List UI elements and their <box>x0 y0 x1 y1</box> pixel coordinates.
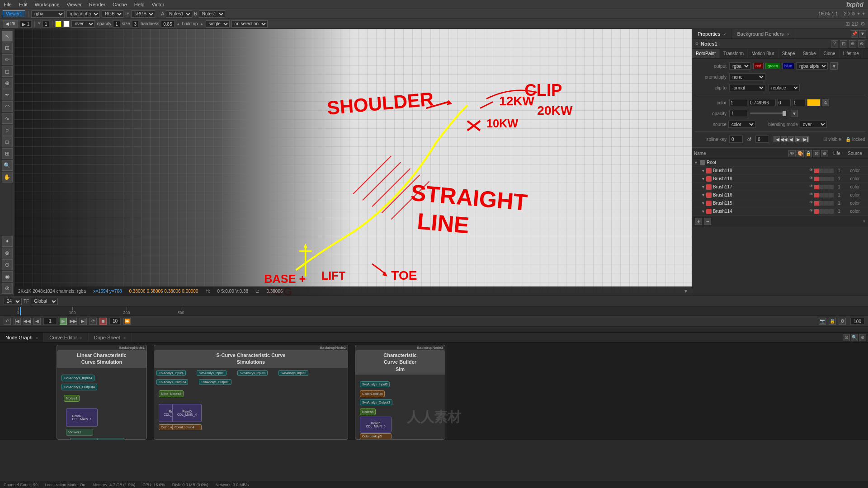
layer-vis-3[interactable]: 👁 <box>808 192 814 198</box>
size-value[interactable]: 3 <box>132 20 139 28</box>
node-graph-canvas[interactable]: BackdropNode1 Linear CharacteristicCurve… <box>0 343 868 440</box>
tool-extra4[interactable]: ◉ <box>2 271 13 282</box>
secondary-color-swatch[interactable] <box>63 21 70 27</box>
layer-collapse-4[interactable]: ▼ <box>701 201 705 206</box>
tool-zoom[interactable]: 🔍 <box>2 160 13 171</box>
layer-vis-0[interactable]: 👁 <box>808 168 814 174</box>
view-toggle[interactable]: ⊞ 2D <box>845 21 859 27</box>
layer-delete-button[interactable]: − <box>704 218 711 225</box>
opacity-expand[interactable]: ▼ <box>791 110 798 117</box>
channel-green-btn[interactable]: green <box>765 63 780 69</box>
opacity-input[interactable] <box>729 110 747 117</box>
layer-add-button[interactable]: + <box>695 218 702 225</box>
btn-cam-record[interactable]: 📷 <box>819 318 826 325</box>
ng-icon-3[interactable]: ⊕ <box>859 334 866 341</box>
channel-red-btn[interactable]: red <box>753 63 764 69</box>
notes-b-select[interactable]: Notes1 <box>199 10 225 18</box>
node-colanalys-input-bd2-4[interactable]: SvnAnalys_Input3 <box>278 370 308 376</box>
node-colanalys-input-bd2-1[interactable]: ColAnalys_Input4 <box>156 370 186 376</box>
spline-nav-next[interactable]: ▶ <box>795 136 802 142</box>
layer-item-1[interactable]: ▼ Brush118 👁 1 color <box>692 175 868 183</box>
tab-node-graph[interactable]: Node Graph × <box>0 333 44 342</box>
layer-color-btn[interactable]: 🎨 <box>797 150 804 157</box>
spline-nav-last[interactable]: ▶| <box>802 136 809 142</box>
tab-properties[interactable]: Properties × <box>692 29 731 38</box>
hardness-value[interactable]: 0.85 <box>161 20 174 28</box>
tool-bspline[interactable]: ∿ <box>2 113 13 124</box>
node-locked-bd3[interactable]: ColorLookup5 <box>360 433 392 439</box>
node-coloranalysis-input1[interactable]: ColAnalys_Input4 <box>61 375 94 381</box>
layer-vis-2[interactable]: 👁 <box>808 184 814 190</box>
props-pin[interactable]: 📌 <box>851 30 858 38</box>
layer-item-4[interactable]: ▼ Brush115 👁 1 color <box>692 199 868 207</box>
node-props-btn3[interactable]: ⊕ <box>849 40 856 47</box>
color-val2[interactable] <box>749 99 776 106</box>
fps-select[interactable]: 24 <box>4 298 22 305</box>
ng-tab-close-3[interactable]: × <box>123 336 126 340</box>
node-colorlookup-bd3[interactable]: ColorLookup <box>360 390 385 397</box>
opacity-value[interactable]: 1 <box>113 20 120 28</box>
viewer-area[interactable]: SHOULDER 12KW 20KW 10KW STRAIGHT LINE <box>14 29 692 296</box>
node-notes-bd3[interactable]: Notes5 <box>360 408 376 415</box>
layer-collapse-1[interactable]: ▼ <box>701 177 705 181</box>
clip-op-select[interactable]: replace <box>768 84 800 91</box>
node-colanalys-input-bd2-3[interactable]: SvnAnalys_Input3 <box>237 370 267 376</box>
ng-icon-1[interactable]: ⊡ <box>843 334 850 341</box>
menu-file[interactable]: File <box>4 2 12 7</box>
node-colanalys-input-bd2-2[interactable]: SvnAnalys_Input3 <box>197 370 226 376</box>
tool-extra1[interactable]: ✦ <box>2 236 13 247</box>
node-read-bd3[interactable]: Read6CDL_MAIN_6 <box>360 417 392 432</box>
node-props-btn1[interactable]: ? <box>831 40 838 47</box>
node-coloranalysis-output1[interactable]: ColAnalys_Output4 <box>61 384 97 390</box>
ng-tab-close-1[interactable]: × <box>36 336 38 340</box>
btn-first-frame[interactable]: |◀ <box>14 318 21 325</box>
layer-root[interactable]: ▼ Root <box>692 159 868 167</box>
output-expand[interactable]: ▼ <box>830 62 838 70</box>
tab-shape[interactable]: Shape <box>778 49 799 58</box>
tab-bg-renders-close[interactable]: × <box>787 32 789 37</box>
viewer-expand[interactable]: ▼ <box>684 289 688 294</box>
menu-workspace[interactable]: Workspace <box>35 2 60 7</box>
layer-add-btn2[interactable]: ⊕ <box>821 150 828 157</box>
menu-render[interactable]: Render <box>89 2 105 7</box>
root-collapse[interactable]: ▼ <box>694 160 698 165</box>
tab-transform[interactable]: Transform <box>720 49 748 58</box>
node-compareview-1[interactable]: CompareView <box>70 438 97 440</box>
node-read-bd2-4[interactable]: Read5CDL_MAIN_4 <box>172 404 202 422</box>
tool-extra2[interactable]: ⊗ <box>2 248 13 258</box>
spline-nav-prev2[interactable]: ◀ <box>788 136 794 142</box>
btn-play-all[interactable]: ▶▶ <box>70 318 77 325</box>
spline-of-input[interactable] <box>755 136 769 143</box>
channel-blue-btn[interactable]: blue <box>782 63 794 69</box>
layer-collapse-5[interactable]: ▼ <box>701 209 705 214</box>
node-readz1[interactable]: ReadZ_ CDL_MAIN_1 <box>66 408 98 427</box>
notes-a-select[interactable]: Notes1 <box>166 10 192 18</box>
channel-alpha-select[interactable]: rgba.alpha <box>66 10 100 18</box>
tab-lifetime[interactable]: Lifetime <box>840 49 863 58</box>
colorspace-select2[interactable]: sRGB <box>131 10 155 18</box>
tool-extra5[interactable]: ⊛ <box>2 283 13 294</box>
blending-select[interactable]: over <box>800 121 827 128</box>
tool-bezier[interactable]: ◠ <box>2 101 13 112</box>
ng-icon-2[interactable]: 🔍 <box>851 334 858 341</box>
layer-collapse-0[interactable]: ▼ <box>701 169 705 173</box>
tab-properties-close[interactable]: × <box>723 32 726 37</box>
layer-item-0[interactable]: ▼ Brush119 👁 1 color <box>692 167 868 175</box>
view-options[interactable]: ⚙ <box>860 21 865 27</box>
visible-checkbox[interactable]: ☑ visible <box>823 137 841 142</box>
opacity-slider[interactable] <box>750 113 786 114</box>
btn-stop[interactable]: ⏹ <box>99 318 107 325</box>
btn-loop[interactable]: ⟳ <box>90 318 97 325</box>
colorspace-select1[interactable]: RGB <box>102 10 123 18</box>
layer-item-5[interactable]: ▼ Brush114 👁 1 color <box>692 207 868 216</box>
menu-help[interactable]: Help <box>134 2 145 7</box>
node-viewer1[interactable]: Viewer1 <box>66 429 93 436</box>
tool-brush[interactable]: ✏ <box>2 54 13 65</box>
node-props-btn2[interactable]: ⊡ <box>840 40 847 47</box>
menu-edit[interactable]: Edit <box>19 2 28 7</box>
color-val4[interactable] <box>792 99 806 106</box>
tool-eraser[interactable]: ◻ <box>2 66 13 77</box>
node-notes-bd2-4[interactable]: Notes4 <box>168 390 184 397</box>
selection-mode-select[interactable]: on selectionall <box>231 20 268 28</box>
layer-vis-5[interactable]: 👁 <box>808 208 814 215</box>
